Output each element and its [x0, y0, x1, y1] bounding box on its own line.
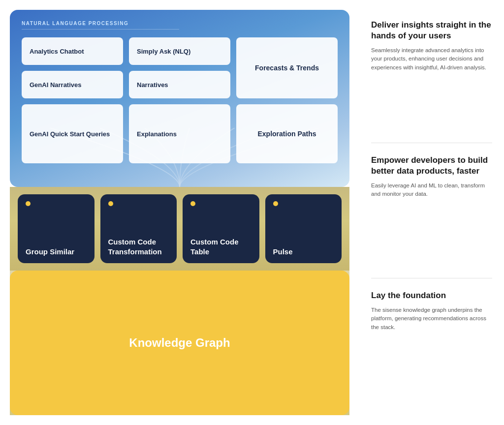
ml-section: Group Similar Custom Code Transformation…: [10, 187, 349, 271]
right-section-insights: Deliver insights straight in the hands o…: [371, 20, 492, 143]
nlp-section: NATURAL LANGUAGE PROCESSING Analytics Ch…: [10, 10, 349, 187]
knowledge-graph-label: Knowledge Graph: [129, 336, 230, 350]
ml-card-dot: [26, 201, 31, 206]
nlp-card-forecasts-trends[interactable]: Forecasts & Trends: [236, 37, 338, 98]
ml-card-label: Custom Code Transformation: [108, 237, 169, 256]
ml-card-label: Pulse: [273, 247, 334, 257]
right-panel: Deliver insights straight in the hands o…: [359, 0, 504, 425]
nlp-card-simply-ask[interactable]: Simply Ask (NLQ): [129, 37, 230, 65]
ml-card-pulse[interactable]: Pulse: [265, 194, 342, 263]
ml-card-label: Custom Code Table: [190, 237, 252, 256]
ml-card-dot: [108, 201, 113, 206]
ml-card-dot: [273, 201, 278, 206]
right-section-foundation: Lay the foundation The sisense knowledge…: [371, 278, 492, 413]
nlp-grid: Analytics Chatbot Simply Ask (NLQ) Forec…: [22, 37, 338, 163]
nlp-card-explanations[interactable]: Explanations: [129, 104, 230, 163]
left-panel: NATURAL LANGUAGE PROCESSING Analytics Ch…: [0, 0, 359, 425]
nlp-card-narratives[interactable]: Narratives: [129, 71, 230, 98]
right-title-foundation: Lay the foundation: [371, 290, 492, 301]
knowledge-graph-section: Knowledge Graph: [10, 271, 349, 415]
ml-card-label: Group Similar: [26, 247, 87, 257]
right-desc-insights: Seamlessly integrate advanced analytics …: [371, 46, 492, 72]
ml-card-dot: [190, 201, 195, 206]
bottom-wrapper: Group Similar Custom Code Transformation…: [10, 187, 349, 415]
right-section-developers: Empower developers to build better data …: [371, 143, 492, 278]
ml-card-group-similar[interactable]: Group Similar: [18, 194, 94, 263]
right-title-insights: Deliver insights straight in the hands o…: [371, 20, 492, 41]
ml-card-custom-code-table[interactable]: Custom Code Table: [183, 194, 259, 263]
ml-card-custom-code-transformation[interactable]: Custom Code Transformation: [100, 194, 177, 263]
right-desc-foundation: The sisense knowledge graph underpins th…: [371, 306, 492, 332]
nlp-card-genai-quick-start[interactable]: GenAI Quick Start Queries: [22, 104, 123, 163]
right-title-developers: Empower developers to build better data …: [371, 155, 492, 177]
right-desc-developers: Easily leverage AI and ML to clean, tran…: [371, 182, 492, 199]
nlp-label: NATURAL LANGUAGE PROCESSING: [22, 21, 179, 30]
nlp-card-analytics-chatbot[interactable]: Analytics Chatbot: [22, 37, 123, 65]
nlp-card-genai-narratives[interactable]: GenAI Narratives: [22, 71, 123, 98]
nlp-card-exploration-paths[interactable]: Exploration Paths: [236, 104, 338, 163]
